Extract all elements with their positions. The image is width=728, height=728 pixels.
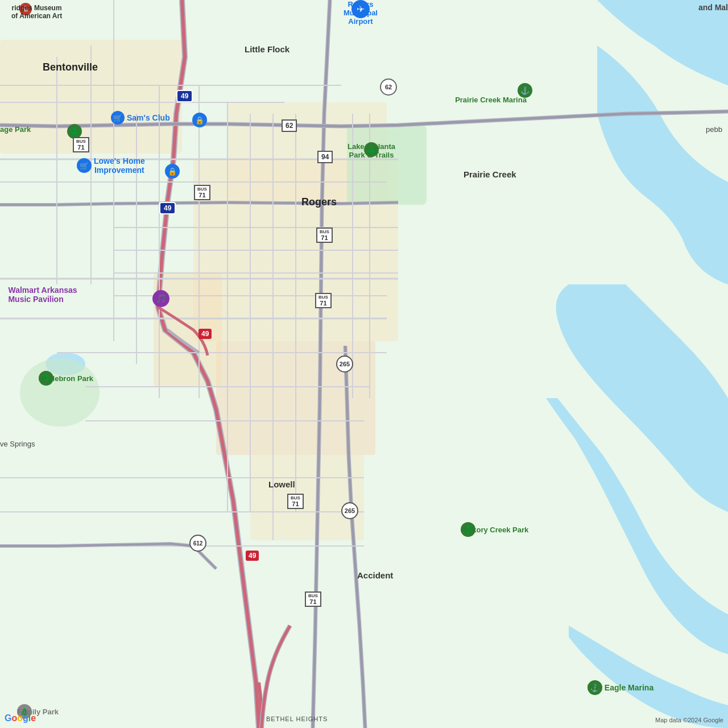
poi-sams-club-security[interactable]: 🔒	[192, 113, 207, 127]
hickory-creek-icon: 🌲	[461, 522, 475, 537]
poi-hickory-creek[interactable]: Hickory Creek Park 🌲	[461, 522, 475, 537]
music-icon: 🎵	[152, 290, 169, 307]
lowes-icon: 🛒	[77, 158, 92, 173]
poi-lowes[interactable]: 🛒 Lowe's HomeImprovement	[77, 156, 145, 175]
map-container[interactable]: Rogers Bentonville Little Flock Lowell P…	[0, 0, 728, 728]
airport-icon: ✈	[351, 0, 370, 18]
marina-icon: ⚓	[518, 83, 532, 98]
poi-lake-atalanta[interactable]: 🌲 Lake AtalantaPark & Trails	[364, 142, 379, 157]
mt-hebron-icon: 🌲	[39, 371, 53, 386]
poi-sams-club[interactable]: 🛒 Sam's Club	[111, 111, 170, 125]
road-layer	[0, 0, 728, 728]
shield-bus71-lowell: BUS71	[287, 494, 304, 509]
shield-i49-s2: 49	[246, 551, 259, 561]
svg-rect-7	[347, 125, 427, 205]
shield-bus71-s: BUS71	[315, 293, 332, 308]
svg-rect-5	[250, 455, 364, 540]
war-eagle-icon: ⚓	[588, 680, 602, 695]
poi-airport[interactable]: RogersMunicipalAirport ✈	[351, 0, 370, 18]
poi-prairie-creek-marina[interactable]: Prairie Creek Marina ⚓	[449, 96, 532, 98]
poi-crystal-bridges[interactable]: 🏛 ridges Museumof American Art	[0, 3, 51, 31]
shield-62-airport: 62	[380, 78, 397, 96]
svg-point-8	[20, 358, 100, 427]
sams-club-icon: 🛒	[111, 111, 125, 125]
museum-icon: 🏛	[19, 3, 32, 15]
shield-bus71-center: BUS71	[316, 228, 333, 243]
lowes-security-icon: 🔒	[165, 164, 180, 179]
shield-us94: 94	[317, 151, 333, 163]
shield-us62: 62	[282, 119, 297, 132]
poi-lowes-security[interactable]: 🔒	[165, 164, 180, 179]
map-copyright: Map data ©2024 Google	[655, 717, 723, 723]
shield-us265-s: 265	[341, 502, 358, 519]
shield-bus71-mid: BUS71	[194, 185, 210, 200]
shield-i49-south: 49	[198, 329, 212, 339]
shield-i49-mid: 49	[159, 202, 176, 214]
poi-walmart-music-icon[interactable]: 🎵	[152, 290, 169, 307]
shield-bus71-s2: BUS71	[305, 592, 321, 607]
shield-bus71-n: BUS71	[73, 137, 89, 152]
poi-mt-hebron[interactable]: Mt Hebron Park 🌲	[39, 371, 53, 386]
poi-war-eagle-marina[interactable]: War Eagle Marina ⚓	[588, 680, 602, 695]
google-logo: Google	[5, 713, 36, 723]
security-icon: 🔒	[192, 113, 207, 127]
shield-us612: 612	[189, 535, 206, 552]
shield-us265: 265	[336, 355, 353, 373]
lake-atalanta-icon: 🌲	[364, 142, 379, 157]
shield-i49-top: 49	[176, 90, 193, 102]
